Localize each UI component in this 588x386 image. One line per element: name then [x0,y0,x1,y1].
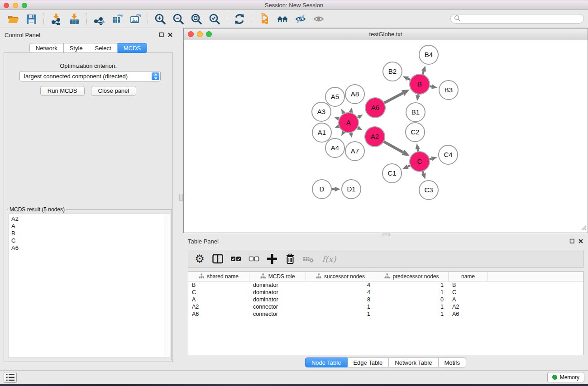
cell-successor-nodes[interactable]: 8 [306,296,375,303]
column-header-shared-name[interactable]: shared name [188,272,249,281]
new-network-from-file-icon[interactable] [255,11,273,27]
delete-icon[interactable] [284,252,296,266]
task-history-button[interactable] [4,372,17,383]
mcds-result-item[interactable]: C [11,237,162,244]
hide-graphics-details-icon[interactable] [292,11,310,27]
import-network-icon[interactable] [47,11,65,27]
table-row[interactable]: Bdominator41B [188,281,583,289]
tab-node-table[interactable]: Node Table [305,357,348,367]
vertical-split-handle[interactable] [179,194,183,201]
tab-network-table[interactable]: Network Table [389,357,438,367]
table-row[interactable]: Cdominator41C [188,289,583,296]
export-table-icon[interactable] [108,11,126,27]
edge-A6-B[interactable] [384,90,409,103]
cell-successor-nodes[interactable]: 4 [306,289,375,295]
node-C4[interactable]: C4 [439,145,458,164]
cell-predecessor-nodes[interactable]: 1 [375,311,449,317]
edge-A2-C[interactable] [383,142,410,156]
node-B1[interactable]: B1 [406,103,425,122]
import-table-icon[interactable] [65,11,83,27]
node-A5[interactable]: A5 [325,87,344,106]
zoom-out-icon[interactable] [169,11,187,27]
mcds-result-item[interactable]: A2 [11,215,162,223]
cell-MCDS-role[interactable]: dominator [249,296,306,303]
tab-mcds[interactable]: MCDS [118,43,147,53]
network-close-button[interactable] [188,31,194,37]
edge-A-A7[interactable] [349,132,353,138]
edge-B-B3[interactable] [430,84,438,89]
close-window-button[interactable] [4,3,9,8]
refresh-icon[interactable] [230,11,249,27]
cell-MCDS-role[interactable]: dominator [249,282,306,288]
unselect-all-columns-icon[interactable] [248,252,260,266]
node-A4[interactable]: A4 [325,138,344,157]
node-A7[interactable]: A7 [345,142,364,161]
zoom-fit-icon[interactable] [187,11,206,27]
node-D[interactable]: D [312,180,331,199]
edge-D-D1[interactable] [331,187,340,191]
node-D1[interactable]: D1 [342,180,361,199]
save-session-icon[interactable] [22,11,40,27]
maximize-window-button[interactable] [22,3,27,8]
home-view-icon[interactable] [273,11,292,27]
column-header-predecessor-nodes[interactable]: predecessor nodes [375,272,449,281]
mcds-result-item[interactable]: B [11,230,162,237]
float-panel-icon[interactable] [569,238,575,245]
edge-C-C4[interactable] [429,157,437,161]
cell-shared-name[interactable]: B [188,282,249,288]
tab-motifs[interactable]: Motifs [438,357,466,367]
network-maximize-button[interactable] [206,31,212,37]
memory-button[interactable]: Memory [547,372,584,382]
column-header-name[interactable]: name [449,272,488,281]
cell-name[interactable]: C [449,289,488,295]
node-A1[interactable]: A1 [312,123,331,142]
select-all-columns-icon[interactable] [229,252,242,266]
table-row[interactable]: A6connector11A6 [188,310,583,318]
close-panel-icon[interactable] [167,32,173,39]
edge-B-B2[interactable] [403,76,411,81]
cell-name[interactable]: A6 [449,311,488,317]
open-file-icon[interactable] [4,11,22,27]
cell-predecessor-nodes[interactable]: 1 [375,289,449,295]
column-header-successor-nodes[interactable]: successor nodes [306,272,375,281]
columns-icon[interactable] [211,252,224,266]
edge-B-B4[interactable] [421,66,426,75]
cell-shared-name[interactable]: A [188,296,249,303]
zoom-in-icon[interactable] [151,11,169,27]
zoom-selected-icon[interactable] [206,11,224,27]
network-canvas[interactable]: B4B2BB3A5A8A6B1A3AC2A1A2A4A7C4CC1C3DD1 [184,41,588,233]
search-input[interactable] [462,15,580,23]
tab-select[interactable]: Select [89,43,118,53]
result-scrollbar[interactable] [164,214,170,357]
cell-shared-name[interactable]: A6 [188,311,249,317]
edge-A-A6[interactable] [357,114,363,119]
edge-C-C2[interactable] [416,143,420,152]
close-panel-icon[interactable] [578,238,583,245]
optimization-select[interactable]: largest connected component (directed) [19,71,161,81]
node-C3[interactable]: C3 [419,181,438,200]
cell-MCDS-role[interactable]: connector [249,304,306,310]
node-C2[interactable]: C2 [406,123,425,142]
tab-edge-table[interactable]: Edge Table [347,357,389,367]
node-C1[interactable]: C1 [382,164,402,183]
export-network-icon[interactable] [90,11,108,27]
network-minimize-button[interactable] [197,31,203,37]
settings-icon[interactable]: ⚙ [193,252,206,266]
cell-name[interactable]: B [449,282,488,288]
node-C[interactable]: C [410,152,430,172]
cell-name[interactable]: A2 [449,304,488,310]
float-panel-icon[interactable] [159,32,164,39]
minimize-window-button[interactable] [13,3,18,8]
cell-name[interactable]: A [449,296,488,303]
node-B2[interactable]: B2 [383,62,402,81]
cell-MCDS-role[interactable]: dominator [249,289,306,295]
run-mcds-button[interactable]: Run MCDS [40,86,85,96]
cell-successor-nodes[interactable]: 1 [306,311,375,317]
table-row[interactable]: Adominator80A [188,296,583,303]
cell-successor-nodes[interactable]: 1 [306,304,375,310]
cell-MCDS-role[interactable]: connector [249,311,306,317]
node-A2[interactable]: A2 [365,127,385,147]
cell-successor-nodes[interactable]: 4 [306,282,375,288]
mcds-result-item[interactable]: A [11,223,162,230]
close-panel-button[interactable]: Close panel [91,86,137,96]
